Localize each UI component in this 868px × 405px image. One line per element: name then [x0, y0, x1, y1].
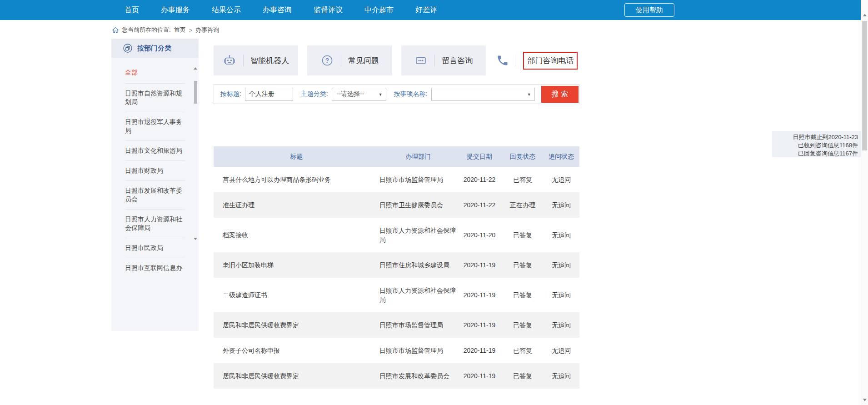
header-department: 办理部门 [379, 153, 457, 161]
cell-date: 2020-11-19 [457, 346, 502, 355]
scrollbar-up-icon[interactable] [194, 67, 197, 70]
sidebar-item-development-reform[interactable]: 日照市发展和改革委员会 [125, 180, 185, 209]
scrollbar-up-icon[interactable] [863, 14, 867, 16]
cell-reply-status: 已答复 [502, 371, 543, 380]
consultation-stats-box: 日照市截止到2020-11-23 已收到咨询信息1168件 已回复咨询信息116… [772, 131, 861, 157]
top-navigation-bar: 首页 办事服务 结果公示 办事咨询 监督评议 中介超市 好差评 使用帮助 [0, 0, 861, 20]
cell-follow-status: 无追问 [543, 175, 579, 184]
sidebar-item-culture-tourism[interactable]: 日照市文化和旅游局 [125, 140, 185, 160]
nav-item-intermediary[interactable]: 中介超市 [364, 5, 394, 15]
title-search-input[interactable] [245, 88, 293, 101]
tab-message-consult[interactable]: 留言咨询 [401, 45, 486, 75]
home-icon [112, 27, 119, 33]
cell-title[interactable]: 二级建造师证书 [214, 290, 379, 300]
cell-title[interactable]: 准生证办理 [214, 200, 379, 210]
svg-text:?: ? [325, 57, 329, 64]
nav-item-results[interactable]: 结果公示 [212, 5, 241, 15]
tab-label-message: 留言咨询 [442, 55, 473, 66]
cell-follow-status: 无追问 [543, 230, 579, 240]
header-title: 标题 [214, 153, 379, 161]
cell-date: 2020-11-19 [457, 371, 502, 380]
page-scrollbar[interactable] [861, 0, 868, 405]
tab-department-phone[interactable]: 部门咨询电话 [495, 45, 579, 75]
cell-follow-status: 无追问 [543, 260, 579, 270]
page: 首页 办事服务 结果公示 办事咨询 监督评议 中介超市 好差评 使用帮助 您当前… [0, 0, 868, 405]
cell-reply-status: 已答复 [502, 346, 543, 355]
table-row[interactable]: 准生证办理 日照市卫生健康委员会 2020-11-22 正在办理 无追问 [214, 192, 579, 218]
cell-department: 日照市人力资源和社会保障局 [379, 226, 457, 244]
title-filter-label: 按标题: [220, 90, 241, 98]
breadcrumb: 您当前所在的位置: 首页 > 办事咨询 [112, 25, 219, 35]
sidebar-item-veterans-affairs[interactable]: 日照市退役军人事务局 [125, 112, 185, 140]
sidebar-item-human-resources[interactable]: 日照市人力资源和社会保障局 [125, 209, 185, 238]
nav-item-services[interactable]: 办事服务 [161, 5, 190, 15]
sidebar-item-natural-resources[interactable]: 日照市自然资源和规划局 [125, 83, 185, 112]
nav-item-supervision[interactable]: 监督评议 [314, 5, 343, 15]
table-row[interactable]: 档案接收 日照市人力资源和社会保障局 2020-11-20 已答复 无追问 [214, 218, 579, 252]
cell-follow-status: 无追问 [543, 290, 579, 300]
cell-title[interactable]: 老旧小区加装电梯 [214, 260, 379, 270]
message-dots-icon [414, 54, 428, 67]
item-name-filter-label: 按事项名称: [394, 90, 428, 98]
sidebar-item-internet-info[interactable]: 日照市互联网信息办 [125, 258, 185, 278]
nav-item-home[interactable]: 首页 [125, 5, 139, 15]
scrollbar-down-icon[interactable] [194, 238, 197, 240]
sidebar-scrollbar-thumb[interactable] [194, 81, 197, 104]
category-filter-label: 主题分类: [301, 90, 328, 98]
help-button[interactable]: 使用帮助 [624, 3, 674, 17]
breadcrumb-separator: > [189, 27, 193, 34]
item-name-select[interactable]: ▼ [431, 88, 535, 101]
consultation-tabs: 智能机器人 ? 常见问题 留言咨询 [214, 45, 579, 75]
tab-smart-robot[interactable]: 智能机器人 [214, 45, 298, 75]
cell-department: 日照市市场监督管理局 [379, 320, 457, 330]
search-bar: 按标题: 主题分类: --请选择-- ▼ 按事项名称: ▼ 搜 索 [214, 84, 579, 104]
cell-title[interactable]: 居民和非居民供暖收费界定 [214, 371, 379, 380]
scrollbar-down-icon[interactable] [863, 399, 867, 401]
cell-title[interactable]: 莒县什么地方可以办理商品条形码业务 [214, 175, 379, 184]
cell-department: 日照市住房和城乡建设局 [379, 260, 457, 270]
breadcrumb-home-link[interactable]: 首页 [174, 26, 186, 34]
phone-icon [496, 54, 509, 67]
breadcrumb-current: 办事咨询 [195, 26, 219, 34]
category-select[interactable]: --请选择-- ▼ [332, 88, 386, 101]
page-scrollbar-thumb[interactable] [862, 21, 867, 150]
tab-label-robot: 智能机器人 [250, 55, 289, 66]
table-row[interactable]: 老旧小区加装电梯 日照市住房和城乡建设局 2020-11-19 已答复 无追问 [214, 252, 579, 278]
table-row[interactable]: 外资子公司名称申报 日照市市场监督管理局 2020-11-19 已答复 无追问 [214, 338, 579, 363]
cell-department: 日照市市场监督管理局 [379, 346, 457, 355]
nav-item-rating[interactable]: 好差评 [415, 5, 437, 15]
sidebar-item-finance[interactable]: 日照市财政局 [125, 160, 185, 180]
table-row[interactable]: 居民和非居民供暖收费界定 日照市市场监督管理局 2020-11-19 已答复 无… [214, 312, 579, 338]
sidebar-item-civil-affairs[interactable]: 日照市民政局 [125, 238, 185, 258]
table-row[interactable]: 二级建造师证书 日照市人力资源和社会保障局 2020-11-19 已答复 无追问 [214, 278, 579, 312]
cell-date: 2020-11-19 [457, 320, 502, 330]
tab-divider [243, 55, 244, 66]
tab-divider [434, 55, 435, 66]
sidebar-item-all[interactable]: 全部 [125, 65, 185, 83]
cell-follow-status: 无追问 [543, 371, 579, 380]
tab-faq[interactable]: ? 常见问题 [307, 45, 392, 75]
cell-reply-status: 已答复 [502, 175, 543, 184]
robot-icon [223, 54, 236, 67]
sidebar-header: 按部门分类 [111, 39, 199, 58]
search-button[interactable]: 搜 索 [541, 86, 579, 103]
cell-title[interactable]: 外资子公司名称申报 [214, 346, 379, 355]
tab-divider [341, 55, 341, 66]
tab-label-phone-highlighted: 部门咨询电话 [523, 52, 578, 70]
cell-follow-status: 无追问 [543, 320, 579, 330]
cell-date: 2020-11-19 [457, 290, 502, 300]
cell-reply-status: 正在办理 [502, 200, 543, 210]
nav-item-consultation[interactable]: 办事咨询 [263, 5, 292, 15]
cell-title[interactable]: 居民和非居民供暖收费界定 [214, 320, 379, 330]
cell-department: 日照市发展和改革委员会 [379, 371, 457, 380]
header-follow-status: 追问状态 [543, 153, 579, 161]
sidebar-title: 按部门分类 [137, 44, 171, 53]
cell-title[interactable]: 档案接收 [214, 230, 379, 240]
stats-line-received: 已收到咨询信息1168件 [772, 141, 858, 150]
consultation-table: 标题 办理部门 提交日期 回复状态 追问状态 莒县什么地方可以办理商品条形码业务… [214, 146, 579, 389]
tab-divider [516, 55, 516, 66]
cell-reply-status: 已答复 [502, 290, 543, 300]
table-row[interactable]: 居民和非居民供暖收费界定 日照市发展和改革委员会 2020-11-19 已答复 … [214, 363, 579, 389]
sidebar-scrollbar[interactable] [194, 67, 198, 240]
table-row[interactable]: 莒县什么地方可以办理商品条形码业务 日照市市场监督管理局 2020-11-22 … [214, 167, 579, 192]
